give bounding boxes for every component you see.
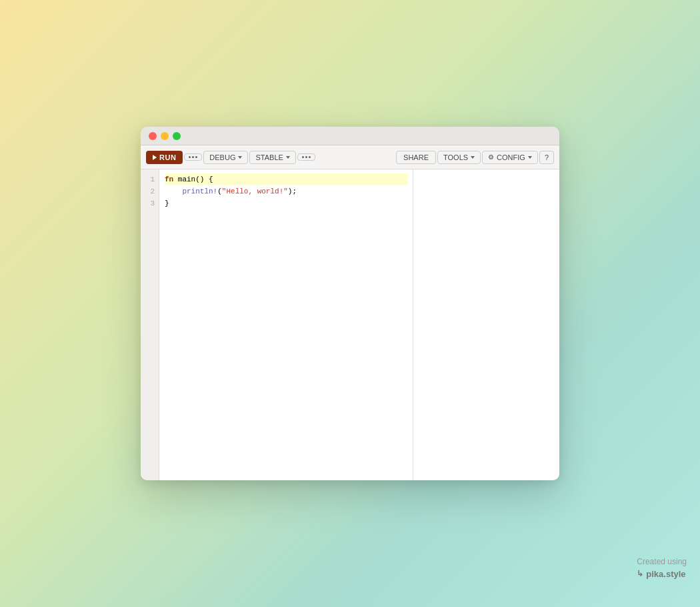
code-line-3: } — [165, 197, 407, 209]
output-panel — [413, 169, 559, 480]
traffic-lights — [149, 132, 181, 140]
share-button[interactable]: SHARE — [396, 151, 436, 164]
tools-chevron-icon — [471, 156, 475, 159]
config-button[interactable]: ⚙ CONFIG — [482, 151, 538, 164]
stable-button[interactable]: STABLE — [249, 151, 295, 164]
line-number-1: 1 — [141, 173, 155, 185]
debug-chevron-icon — [238, 156, 242, 159]
gear-icon: ⚙ — [488, 153, 494, 161]
editor-container: 1 2 3 fn main() { println!("Hello, world… — [141, 169, 559, 480]
share-label: SHARE — [403, 153, 429, 161]
keyword-println: println! — [165, 187, 217, 195]
code-line-2: println!("Hello, world!"); — [165, 185, 407, 197]
stable-chevron-icon — [286, 156, 290, 159]
string-literal: "Hello, world!" — [222, 187, 288, 195]
run-label: RUN — [159, 153, 176, 161]
code-paren-open: ( — [217, 187, 222, 195]
config-chevron-icon — [528, 156, 532, 159]
info-label: ? — [545, 153, 549, 161]
line-number-2: 2 — [141, 185, 155, 197]
close-button[interactable] — [149, 132, 157, 140]
code-paren-close: ); — [288, 187, 297, 195]
watermark: Created using ↳ pika.style — [637, 556, 687, 581]
watermark-brand: pika.style — [646, 568, 685, 581]
maximize-button[interactable] — [173, 132, 181, 140]
code-text: main() { — [173, 175, 213, 183]
tools-button[interactable]: TOOLS — [437, 151, 481, 164]
config-label: CONFIG — [497, 153, 525, 161]
info-button[interactable]: ? — [539, 151, 554, 164]
keyword-fn: fn — [165, 175, 173, 183]
play-icon — [153, 155, 157, 160]
run-button[interactable]: RUN — [146, 151, 183, 164]
debug-label: DEBUG — [209, 153, 235, 161]
editor-window: RUN DEBUG STABLE SHARE TOOLS — [141, 127, 559, 480]
watermark-line2: ↳ pika.style — [637, 568, 687, 581]
dots-icon — [189, 156, 197, 158]
toolbar: RUN DEBUG STABLE SHARE TOOLS — [141, 145, 559, 169]
title-bar — [141, 127, 559, 145]
more-dots-icon — [302, 156, 311, 158]
line-numbers: 1 2 3 — [141, 169, 159, 480]
watermark-line1: Created using — [637, 556, 687, 568]
code-line-1: fn main() { — [165, 173, 407, 185]
stable-label: STABLE — [255, 153, 283, 161]
tools-label: TOOLS — [443, 153, 468, 161]
code-editor[interactable]: fn main() { println!("Hello, world!"); } — [159, 169, 413, 480]
minimize-button[interactable] — [161, 132, 169, 140]
code-brace: } — [165, 199, 169, 207]
line-number-3: 3 — [141, 197, 155, 209]
debug-button[interactable]: DEBUG — [203, 151, 248, 164]
run-more-button[interactable] — [184, 153, 202, 161]
editor-main: fn main() { println!("Hello, world!"); } — [159, 169, 413, 480]
more-button[interactable] — [297, 153, 315, 161]
arrow-icon: ↳ — [637, 568, 643, 580]
